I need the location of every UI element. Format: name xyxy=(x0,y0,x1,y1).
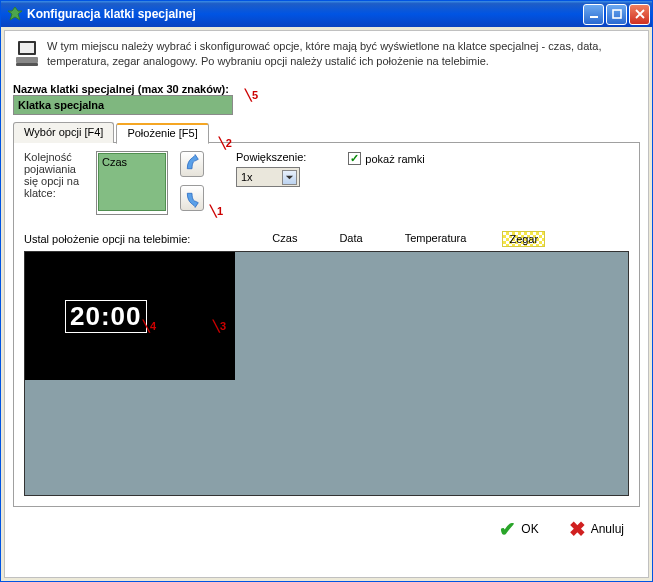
preview-screen[interactable]: 20:00 ╲4 ╲3 xyxy=(25,252,235,380)
legend-item-zegar[interactable]: Zegar xyxy=(502,231,545,247)
cancel-button[interactable]: ✖ Anuluj xyxy=(569,517,624,541)
name-label: Nazwa klatki specjalnej (max 30 znaków): xyxy=(13,83,640,95)
options-row: Kolejność pojawiania się opcji na klatce… xyxy=(24,151,629,215)
chevron-down-icon xyxy=(282,170,297,185)
legend-item-temperatura[interactable]: Temperatura xyxy=(399,231,473,247)
description-row: W tym miejscu należy wybrać i skonfiguro… xyxy=(13,35,640,79)
svg-rect-0 xyxy=(590,16,598,18)
legend-item-data[interactable]: Data xyxy=(333,231,368,247)
maximize-button[interactable] xyxy=(606,4,627,25)
titlebar: Konfiguracja klatki specjalnej xyxy=(1,1,652,27)
legend-title: Ustal położenie opcji na telebimie: xyxy=(24,233,190,245)
name-section: Nazwa klatki specjalnej (max 30 znaków):… xyxy=(13,79,640,115)
order-listbox[interactable]: Czas xyxy=(96,151,168,215)
legend-item-czas[interactable]: Czas xyxy=(266,231,303,247)
content-area: W tym miejscu należy wybrać i skonfiguro… xyxy=(4,30,649,578)
app-icon xyxy=(7,6,23,22)
check-icon: ✔ xyxy=(499,517,516,541)
close-button[interactable] xyxy=(629,4,650,25)
tabs: Wybór opcji [F4] Położenie [F5] ╲2 xyxy=(13,121,640,142)
svg-rect-4 xyxy=(16,57,38,63)
order-label: Kolejność pojawiania się opcji na klatce… xyxy=(24,151,84,199)
legend-row: Ustal położenie opcji na telebimie: Czas… xyxy=(24,231,629,247)
minimize-button[interactable] xyxy=(583,4,604,25)
order-item-czas[interactable]: Czas xyxy=(98,153,166,211)
cancel-label: Anuluj xyxy=(591,522,624,536)
dialog-window: Konfiguracja klatki specjalnej W tym mie… xyxy=(0,0,653,582)
window-title: Konfiguracja klatki specjalnej xyxy=(27,7,581,21)
tab-body-position: Kolejność pojawiania się opcji na klatce… xyxy=(13,142,640,507)
annotation-3: ╲3 xyxy=(213,320,226,333)
legend-items: Czas Data Temperatura Zegar xyxy=(266,231,545,247)
annotation-5: ╲5 xyxy=(245,89,258,102)
annotation-1: ╲1 xyxy=(210,205,223,218)
zoom-label: Powiększenie: xyxy=(236,151,306,163)
reorder-controls xyxy=(180,151,204,211)
show-frames-label: pokaż ramki xyxy=(365,153,424,165)
annotation-4: ╲4 xyxy=(143,320,156,333)
ok-button[interactable]: ✔ OK xyxy=(499,517,538,541)
cross-icon: ✖ xyxy=(569,517,586,541)
zoom-value: 1x xyxy=(241,171,253,183)
screen-device-icon xyxy=(15,39,39,69)
move-up-button[interactable] xyxy=(180,151,204,177)
frame-name-input[interactable] xyxy=(13,95,233,115)
tab-position[interactable]: Położenie [F5] xyxy=(116,123,208,144)
annotation-2: ╲2 xyxy=(219,137,232,150)
svg-rect-1 xyxy=(613,10,621,18)
svg-rect-5 xyxy=(16,63,38,66)
footer: ✔ OK ✖ Anuluj xyxy=(13,507,640,551)
ok-label: OK xyxy=(521,522,538,536)
preview-area[interactable]: 20:00 ╲4 ╲3 xyxy=(24,251,629,496)
show-frames-checkbox[interactable]: ✓ xyxy=(348,152,361,165)
preview-clock[interactable]: 20:00 xyxy=(65,300,147,333)
zoom-select[interactable]: 1x xyxy=(236,167,300,187)
svg-rect-3 xyxy=(20,43,34,53)
description-text: W tym miejscu należy wybrać i skonfiguro… xyxy=(47,39,638,69)
zoom-column: Powiększenie: 1x xyxy=(236,151,306,187)
show-frames-row: ✓ pokaż ramki xyxy=(348,152,424,165)
tab-options[interactable]: Wybór opcji [F4] xyxy=(13,122,114,143)
move-down-button[interactable] xyxy=(180,185,204,211)
